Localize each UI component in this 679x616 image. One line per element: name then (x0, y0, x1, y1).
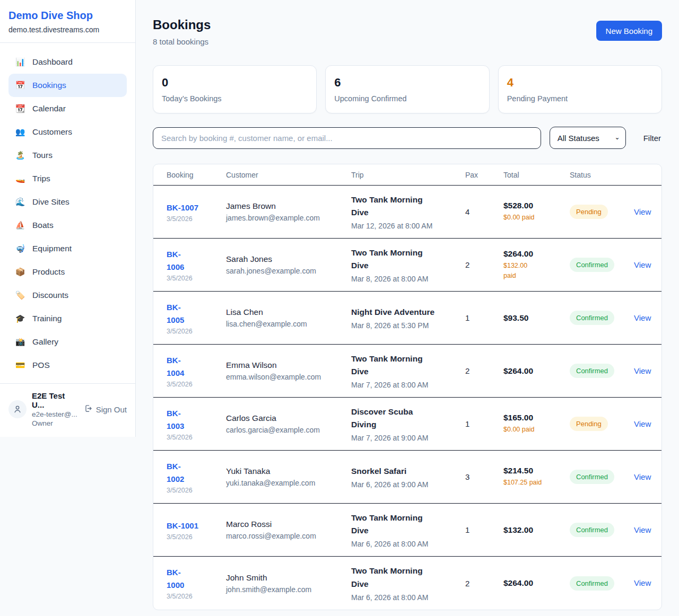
booking-date: 3/5/2026 (167, 593, 221, 600)
total-amount: $264.00 (503, 249, 564, 259)
sidebar-item-boats[interactable]: ⛵ Boats (8, 214, 127, 237)
filter-button[interactable]: Filter (643, 134, 661, 143)
pax-count: 2 (465, 260, 503, 269)
stat-label: Pending Payment (507, 94, 653, 103)
view-link[interactable]: View (634, 525, 651, 534)
status-select[interactable]: All Statuses (550, 127, 626, 149)
table-row: BK- 1000 3/5/2026 John Smith john.smith@… (153, 557, 661, 610)
total-bookings-count: 8 total bookings (153, 37, 211, 46)
sidebar-item-label: POS (32, 360, 50, 370)
sidebar-item-training[interactable]: 🎓 Training (8, 307, 127, 330)
sidebar-item-label: Trips (32, 174, 50, 183)
pax-count: 1 (465, 419, 503, 428)
shop-name: Demo Dive Shop (8, 10, 127, 22)
sidebar-item-label: Calendar (32, 104, 66, 113)
customer-name: Carlos Garcia (226, 413, 346, 423)
sidebar-item-bookings[interactable]: 📅 Bookings (8, 74, 127, 97)
camera-icon: 📸 (15, 337, 25, 347)
status-badge: Confirmed (570, 576, 614, 591)
package-icon: 📦 (15, 267, 25, 277)
booking-date: 3/5/2026 (167, 215, 221, 223)
view-link[interactable]: View (634, 366, 651, 375)
trip-datetime: Mar 6, 2026 at 8:00 AM (351, 540, 460, 548)
stat-card-upcoming-confirmed: 6 Upcoming Confirmed (325, 65, 489, 113)
sidebar-item-label: Customers (32, 127, 72, 137)
table-header-row: Booking Customer Trip Pax Total Status (153, 164, 661, 186)
graduation-cap-icon: 🎓 (15, 314, 25, 323)
view-link[interactable]: View (634, 472, 651, 481)
view-link[interactable]: View (634, 313, 651, 322)
status-badge: Pending (570, 205, 608, 219)
sidebar-item-products[interactable]: 📦 Products (8, 260, 127, 284)
trip-name: Two Tank Morning Dive (351, 565, 460, 590)
total-amount: $132.00 (503, 525, 564, 535)
table-row: BK-1007 3/5/2026 James Brown james.brown… (153, 186, 661, 239)
trip-name: Two Tank Morning Dive (351, 247, 460, 272)
sidebar: Demo Dive Shop demo.test.divestreams.com… (0, 0, 136, 437)
filter-row: All Statuses ⌄ Filter (153, 127, 662, 149)
booking-id-link[interactable]: BK- 1003 (167, 407, 184, 433)
booking-id-link[interactable]: BK- 1005 (167, 301, 184, 327)
sign-out-button[interactable]: Sign Out (83, 404, 127, 415)
view-link[interactable]: View (634, 260, 651, 269)
col-header-pax: Pax (465, 171, 503, 179)
customer-email: sarah.jones@example.com (226, 267, 346, 275)
table-row: BK- 1002 3/5/2026 Yuki Tanaka yuki.tanak… (153, 451, 661, 504)
status-select-wrap: All Statuses ⌄ (550, 127, 626, 149)
trip-datetime: Mar 6, 2026 at 8:00 AM (351, 593, 460, 602)
sidebar-item-label: Bookings (32, 81, 66, 90)
credit-card-icon: 💳 (15, 360, 25, 370)
customer-name: Lisa Chen (226, 307, 346, 317)
customer-name: James Brown (226, 201, 346, 211)
tag-icon: 🏷️ (15, 291, 25, 300)
table-row: BK- 1006 3/5/2026 Sarah Jones sarah.jone… (153, 239, 661, 292)
user-avatar (8, 400, 27, 418)
trip-name: Two Tank Morning Dive (351, 512, 460, 537)
wave-icon: 🌊 (15, 197, 25, 207)
sidebar-item-pos[interactable]: 💳 POS (8, 354, 127, 377)
booking-id-link[interactable]: BK- 1004 (167, 354, 184, 380)
sidebar-item-calendar[interactable]: 📆 Calendar (8, 97, 127, 120)
trip-datetime: Mar 12, 2026 at 8:00 AM (351, 222, 460, 230)
booking-id-link[interactable]: BK- 1002 (167, 460, 184, 486)
bookings-table: Booking Customer Trip Pax Total Status B… (153, 164, 662, 610)
trip-datetime: Mar 8, 2026 at 8:00 AM (351, 275, 460, 283)
sidebar-item-discounts[interactable]: 🏷️ Discounts (8, 284, 127, 307)
sidebar-item-tours[interactable]: 🏝️ Tours (8, 144, 127, 167)
trip-datetime: Mar 8, 2026 at 5:30 PM (351, 321, 460, 330)
sidebar-nav: 📊 Dashboard 📅 Bookings 📆 Calendar 👥 Cust… (0, 43, 135, 383)
dashboard-icon: 📊 (15, 57, 25, 67)
trip-name: Snorkel Safari (351, 465, 460, 478)
booking-id-link[interactable]: BK-1007 (167, 201, 198, 214)
stat-value: 6 (334, 76, 480, 90)
booking-id-link[interactable]: BK- 1000 (167, 566, 184, 592)
search-input[interactable] (153, 127, 541, 149)
customer-email: lisa.chen@example.com (226, 320, 346, 328)
stats-row: 0 Today’s Bookings 6 Upcoming Confirmed … (153, 65, 662, 113)
booking-id-link[interactable]: BK-1001 (167, 520, 198, 532)
view-link[interactable]: View (634, 419, 651, 428)
view-link[interactable]: View (634, 207, 651, 216)
sidebar-item-equipment[interactable]: 🤿 Equipment (8, 237, 127, 260)
booking-id-link[interactable]: BK- 1006 (167, 248, 184, 274)
sidebar-item-customers[interactable]: 👥 Customers (8, 120, 127, 144)
table-row: BK-1001 3/5/2026 Marco Rossi marco.rossi… (153, 504, 661, 557)
sidebar-item-trips[interactable]: 🚤 Trips (8, 167, 127, 190)
customer-email: carlos.garcia@example.com (226, 426, 346, 434)
paid-amount: $0.00 paid (503, 213, 564, 223)
trip-datetime: Mar 7, 2026 at 8:00 AM (351, 381, 460, 389)
total-amount: $93.50 (503, 313, 564, 323)
sidebar-item-dive-sites[interactable]: 🌊 Dive Sites (8, 190, 127, 214)
sidebar-item-dashboard[interactable]: 📊 Dashboard (8, 50, 127, 74)
booking-date: 3/5/2026 (167, 487, 221, 494)
user-email: e2e-tester@... (32, 410, 78, 418)
view-link[interactable]: View (634, 578, 651, 587)
sidebar-item-label: Discounts (32, 291, 68, 300)
table-row: BK- 1005 3/5/2026 Lisa Chen lisa.chen@ex… (153, 292, 661, 345)
pax-count: 4 (465, 207, 503, 216)
customer-email: yuki.tanaka@example.com (226, 479, 346, 487)
new-booking-button[interactable]: New Booking (596, 21, 662, 41)
paid-amount: $132.00 paid (503, 261, 564, 281)
sidebar-item-gallery[interactable]: 📸 Gallery (8, 330, 127, 354)
customer-name: John Smith (226, 573, 346, 583)
